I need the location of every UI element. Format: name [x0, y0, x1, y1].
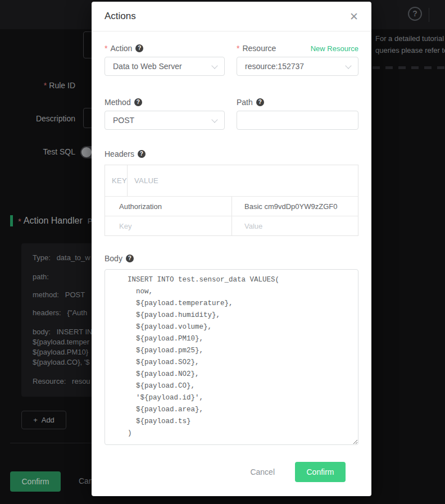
required-mark: * [18, 216, 21, 226]
method-field-label: Method ? [105, 97, 225, 107]
action-method-line: method: POST [33, 290, 85, 299]
required-mark: * [44, 81, 47, 90]
action-type-line: Type: data_to_w [33, 253, 90, 262]
rule-id-label: *Rule ID [0, 81, 75, 90]
header-key-placeholder-cell[interactable]: Key [105, 216, 232, 235]
modal-title: Actions [105, 11, 349, 22]
action-handler-title: Action Handler [24, 216, 83, 226]
required-mark: * [237, 44, 239, 53]
action-select[interactable]: Data to Web Server [105, 57, 225, 76]
method-select-value: POST [113, 116, 134, 125]
headers-table: KEY VALUE Authorization Basic cm9vdDp0YW… [105, 165, 358, 236]
action-select-value: Data to Web Server [113, 62, 182, 71]
table-row[interactable]: Authorization Basic cm9vdDp0YW9zZGF0 [105, 196, 358, 216]
close-icon[interactable]: ✕ [349, 11, 358, 22]
header-value-placeholder-cell[interactable]: Value [232, 216, 358, 235]
tutorial-hint-line2: queries please refer to [375, 44, 445, 56]
chevron-down-icon [211, 62, 217, 69]
action-body-wrap3: ${payload.CO}, '$ [33, 358, 90, 366]
key-column-header: KEY [105, 165, 128, 196]
action-handler-section-header: * Action Handler Pe [10, 215, 97, 226]
path-input[interactable] [237, 111, 358, 130]
chevron-down-icon [211, 116, 217, 122]
help-icon[interactable]: ? [408, 7, 422, 21]
new-resource-link[interactable]: New Resource [311, 44, 358, 53]
add-button-label: Add [42, 416, 55, 424]
add-action-button[interactable]: + Add [21, 411, 66, 429]
help-icon[interactable]: ? [126, 255, 134, 262]
page-confirm-button[interactable]: Confirm [10, 471, 61, 492]
headers-field-label: Headers ? [105, 149, 358, 159]
app-root: ? For a detailed tutorial queries please… [0, 0, 445, 504]
body-field-label: Body ? [105, 253, 358, 264]
table-row[interactable]: Key Value [105, 216, 358, 235]
chevron-down-icon [345, 62, 351, 69]
dashed-divider [373, 66, 445, 69]
test-sql-label: Test SQL [0, 147, 75, 156]
resource-select-value: resource:152737 [245, 62, 304, 71]
value-column-header: VALUE [128, 165, 158, 196]
actions-modal: Actions ✕ * Action ? * Resource New Reso… [92, 2, 371, 496]
help-icon[interactable]: ? [256, 98, 264, 106]
cancel-button[interactable]: Cancel [250, 467, 275, 476]
action-resource-line: Resource: resou [33, 377, 90, 385]
topbar-divider [429, 8, 429, 22]
method-select[interactable]: POST [105, 111, 225, 130]
resource-field-label: * Resource New Resource [237, 43, 358, 53]
action-field-label: * Action ? [105, 43, 225, 53]
plus-icon: + [33, 416, 38, 424]
action-body-wrap2: ${payload.PM10} [33, 348, 88, 356]
tutorial-hint-line1: For a detailed tutorial [375, 33, 445, 44]
required-mark: * [105, 44, 107, 53]
header-value-cell[interactable]: Basic cm9vdDp0YW9zZGF0 [232, 197, 358, 216]
action-path-line: path: [33, 273, 49, 281]
tutorial-hint: For a detailed tutorial queries please r… [375, 33, 445, 56]
action-headers-line: headers: {"Auth [33, 308, 87, 317]
modal-body: * Action ? * Resource New Resource Data … [92, 31, 371, 482]
help-icon[interactable]: ? [135, 44, 143, 52]
modal-footer: Cancel Confirm [105, 447, 358, 482]
section-accent-bar [10, 215, 13, 226]
header-key-cell[interactable]: Authorization [105, 197, 232, 216]
action-body-line: body: INSERT IN [33, 328, 92, 336]
resource-select[interactable]: resource:152737 [237, 57, 358, 76]
path-field-label: Path ? [237, 97, 358, 107]
confirm-button[interactable]: Confirm [295, 462, 346, 482]
description-label: Description [0, 114, 75, 123]
headers-table-header: KEY VALUE [105, 165, 358, 196]
help-icon[interactable]: ? [138, 150, 146, 158]
toggle-knob [81, 147, 92, 157]
modal-header: Actions ✕ [92, 2, 371, 31]
action-body-wrap1: ${payload.temper [33, 338, 89, 346]
body-textarea[interactable]: INSERT INTO test.sensor_data VALUES( now… [105, 269, 358, 445]
help-icon[interactable]: ? [134, 98, 142, 106]
